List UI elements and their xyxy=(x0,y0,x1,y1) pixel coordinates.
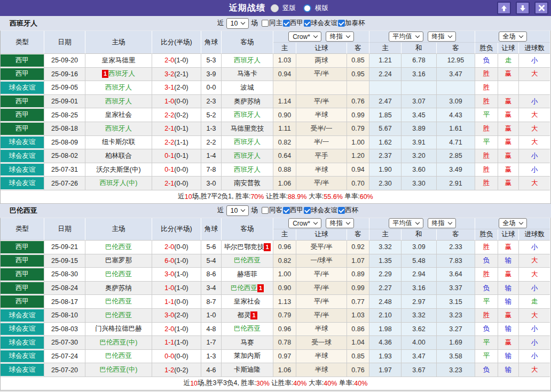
match-type-badge: 西甲 xyxy=(1,54,44,67)
handicap-odds-cell xyxy=(273,81,296,95)
handicap-odds-cell: 0.88 xyxy=(273,163,296,177)
home-team: 纽卡斯尔联 xyxy=(85,136,152,150)
match-date: 25-07-31 xyxy=(44,163,85,177)
chevron-down-icon xyxy=(447,220,452,225)
checkbox-同主[interactable] xyxy=(262,20,269,27)
odds-view-select[interactable]: 平均值 xyxy=(389,31,423,42)
corner-cell: 8-6 xyxy=(201,268,222,282)
summary-segment: 单率: xyxy=(343,192,360,201)
match-type-badge: 球会友谊 xyxy=(1,150,44,162)
chevron-down-icon xyxy=(313,34,318,38)
result-cell: 负 xyxy=(475,254,498,268)
radio-vertical[interactable] xyxy=(271,4,279,12)
match-type-badge: 西甲 xyxy=(1,268,44,281)
score-cell: 1-1(0-0) xyxy=(152,295,201,309)
goals-result-cell: 小 xyxy=(519,323,550,337)
match-type-badge: 球会友谊 xyxy=(1,323,44,335)
checkbox-球会友谊[interactable] xyxy=(304,207,311,214)
arrow-down-icon xyxy=(520,5,525,11)
filter-label: 同客 xyxy=(269,206,282,215)
radio-horizontal[interactable] xyxy=(303,4,311,12)
away-team: 巴伦西亚1 xyxy=(222,282,273,295)
checkbox-西甲[interactable] xyxy=(283,20,290,27)
outcome-text: 胜 xyxy=(483,83,490,92)
match-date: 25-08-18 xyxy=(44,122,85,136)
match-type-badge: 西甲 xyxy=(1,95,44,108)
odds-view-select[interactable]: 全场 xyxy=(499,31,527,42)
goals-result-cell: 小 xyxy=(519,54,550,68)
sub-column-header: 主 xyxy=(273,229,296,241)
checkbox-西杯[interactable] xyxy=(338,207,345,214)
odds-view-select[interactable]: Crow* xyxy=(288,31,321,42)
match-type-cell: 球会友谊 xyxy=(1,81,44,95)
games-count-select[interactable]: 10 xyxy=(226,205,249,216)
average-odds-cell: 3.09 xyxy=(402,241,437,254)
odds-view-select[interactable]: 终指 xyxy=(326,31,354,42)
match-date: 25-08-03 xyxy=(44,323,85,337)
outcome-text: 大 xyxy=(531,270,538,279)
filter-label: 西甲 xyxy=(290,19,303,28)
checkbox-西甲[interactable] xyxy=(283,207,290,214)
chevron-down-icon xyxy=(346,34,350,38)
fulltime-score: 3-0 xyxy=(164,311,174,319)
handicap-odds-cell: 0.96 xyxy=(273,241,296,254)
column-header: 类型 xyxy=(1,31,44,54)
average-odds-cell: 3.32 xyxy=(369,241,402,254)
odds-view-select[interactable]: 终指 xyxy=(428,218,456,228)
handicap-odds-cell: 0.85 xyxy=(347,54,369,68)
odds-view-select[interactable]: Crow* xyxy=(288,218,321,228)
select-value: 10 xyxy=(231,207,238,214)
home-team: 西班牙人 xyxy=(85,95,152,109)
handicap-odds-cell: 0.92 xyxy=(347,241,369,254)
goals-result-cell: 大 xyxy=(519,68,550,82)
checkbox-加泰杯[interactable] xyxy=(338,20,345,27)
odds-view-select[interactable]: 平均值 xyxy=(389,218,423,228)
match-type-cell: 西甲 xyxy=(1,282,44,295)
outcome-text: 输 xyxy=(505,256,512,265)
team-name-text: 都灵 xyxy=(237,311,250,320)
odds-view-select[interactable]: 终指 xyxy=(428,31,456,42)
goals-result-cell: 大 xyxy=(519,136,550,150)
close-button[interactable] xyxy=(534,2,548,14)
odds-view-select[interactable]: 终指 xyxy=(326,218,354,228)
odds-view-select[interactable]: 全场 xyxy=(499,218,527,228)
outcome-text: 胜 xyxy=(483,69,490,78)
column-header: 类型 xyxy=(1,218,44,241)
handicap-odds-cell: 0.96 xyxy=(273,323,296,337)
sub-column-header: 和 xyxy=(402,43,437,54)
summary-segment: 30% xyxy=(256,380,270,387)
average-odds-cell: 4.43 xyxy=(437,108,475,122)
radio-vertical-label: 竖版 xyxy=(282,4,296,13)
team-name-text: 西班牙人 xyxy=(234,138,261,147)
outcome-text: 赢 xyxy=(505,243,512,252)
average-odds-cell: 1.35 xyxy=(369,254,402,268)
checkbox-同客[interactable] xyxy=(262,207,269,214)
close-icon xyxy=(538,4,545,12)
result-cell: 胜 xyxy=(475,241,498,254)
home-team: 柏林联合 xyxy=(85,149,152,163)
move-down-button[interactable] xyxy=(516,2,530,14)
away-team: 南安普敦 xyxy=(222,177,273,190)
score-cell: 2-1(0-0) xyxy=(152,177,201,190)
outcome-text: 胜 xyxy=(483,179,490,188)
match-date: 25-08-10 xyxy=(44,309,85,323)
team-name-text: 皇家社会 xyxy=(105,110,132,119)
outcome-text: 负 xyxy=(483,56,490,65)
handicap-odds-cell: 受半/一 xyxy=(296,122,347,136)
checkbox-球会友谊[interactable] xyxy=(304,20,311,27)
match-date: 25-07-20 xyxy=(44,363,85,377)
handicap-odds-cell: 1.00 xyxy=(347,136,369,150)
average-odds-cell: 2.33 xyxy=(437,241,475,254)
team-name-text: 卡斯迪隆 xyxy=(234,365,261,374)
recent-results-panel: 近期战绩 竖版 横版 西班牙人近10场同主西甲球会友谊加泰杯类型日期主场比分(半… xyxy=(0,0,551,392)
goals-result-cell: 大 xyxy=(519,363,550,377)
outcome-text: 平 xyxy=(483,297,490,306)
games-count-select[interactable]: 10 xyxy=(226,18,249,29)
average-odds-cell: 3.91 xyxy=(402,136,437,150)
away-team: 巴伦西亚 xyxy=(222,254,273,268)
average-odds-cell xyxy=(437,81,475,95)
halftime-score: (0-1) xyxy=(174,125,188,132)
move-up-button[interactable] xyxy=(497,2,511,14)
score-cell: 3-1(2-0) xyxy=(152,81,201,95)
match-date: 25-09-01 xyxy=(44,95,85,109)
